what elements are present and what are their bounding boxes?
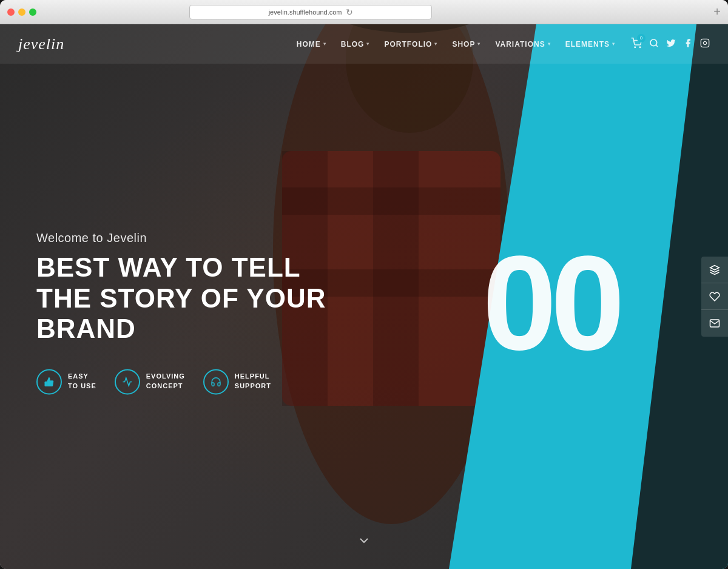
minimize-dot[interactable] [18, 8, 25, 16]
nav-links-list: HOME ▾ BLOG ▾ PORTFOLIO ▾ [291, 35, 621, 53]
svg-rect-7 [282, 187, 500, 215]
maximize-dot[interactable] [29, 8, 36, 16]
browser-dots [7, 8, 36, 16]
feature-easy-to-use: EASYTO USE [36, 369, 96, 394]
svg-rect-13 [701, 39, 709, 47]
sidebar-icon-panel [701, 257, 728, 337]
nav-item-home[interactable]: HOME ▾ [291, 35, 332, 53]
hero-section: jevelin HOME ▾ BLOG ▾ [0, 24, 728, 569]
website-content: jevelin HOME ▾ BLOG ▾ [0, 24, 728, 569]
url-bar[interactable]: jevelin.shufflehound.com ↻ [189, 5, 432, 19]
nav-link-variations[interactable]: VARIATIONS ▾ [489, 35, 556, 53]
svg-point-9 [635, 47, 636, 48]
chevron-down-icon: ▾ [548, 41, 551, 47]
hero-subtitle: Welcome to Jevelin [36, 231, 328, 245]
nav-item-portfolio[interactable]: PORTFOLIO ▾ [378, 35, 443, 53]
headphone-icon [203, 369, 229, 394]
refresh-button[interactable]: ↻ [346, 7, 353, 17]
chevron-down-icon: ▾ [323, 41, 326, 47]
site-logo[interactable]: jevelin [18, 35, 64, 53]
hero-title: BEST WAY TO TELL THE STORY OF YOUR BRAND [36, 252, 328, 345]
thumbs-up-icon [36, 369, 62, 394]
nav-link-shop[interactable]: SHOP ▾ [446, 35, 487, 53]
feature-easy-label: EASYTO USE [68, 372, 96, 391]
svg-point-11 [650, 39, 657, 46]
cart-icon[interactable]: 0 [631, 38, 642, 51]
close-dot[interactable] [7, 8, 15, 16]
url-text: jevelin.shufflehound.com [269, 8, 342, 16]
navigation-bar: jevelin HOME ▾ BLOG ▾ [0, 24, 728, 64]
nav-item-variations[interactable]: VARIATIONS ▾ [489, 35, 556, 53]
instagram-icon[interactable] [700, 38, 710, 50]
nav-social-icons: 0 [631, 38, 710, 51]
sidebar-mail-icon[interactable] [701, 310, 728, 337]
svg-line-12 [656, 45, 658, 47]
hero-big-numbers: 00 [482, 237, 619, 370]
nav-link-elements[interactable]: ELEMENTS ▾ [559, 35, 621, 53]
hero-content-area: Welcome to Jevelin BEST WAY TO TELL THE … [36, 231, 328, 394]
nav-item-blog[interactable]: BLOG ▾ [335, 35, 376, 53]
hero-features-list: EASYTO USE EVOLVINGCONCEPT [36, 369, 328, 394]
feature-evolving-label: EVOLVINGCONCEPT [146, 372, 185, 391]
chevron-down-icon: ▾ [477, 41, 480, 47]
feature-evolving-concept: EVOLVINGCONCEPT [115, 369, 185, 394]
nav-item-shop[interactable]: SHOP ▾ [446, 35, 487, 53]
big-number-display: 00 [482, 237, 619, 370]
nav-item-elements[interactable]: ELEMENTS ▾ [559, 35, 621, 53]
add-tab-button[interactable]: + [713, 5, 721, 19]
chevron-down-icon: ▾ [434, 41, 437, 47]
nav-link-blog[interactable]: BLOG ▾ [335, 35, 376, 53]
sidebar-heart-icon[interactable] [701, 283, 728, 310]
nav-link-home[interactable]: HOME ▾ [291, 35, 332, 53]
browser-window: jevelin.shufflehound.com ↻ + [0, 0, 728, 569]
facebook-icon[interactable] [683, 38, 693, 50]
cart-count-badge: 0 [637, 34, 645, 42]
chevron-down-icon: ▾ [612, 41, 615, 47]
chevron-down-icon: ▾ [366, 41, 369, 47]
sidebar-layers-icon[interactable] [701, 257, 728, 283]
browser-titlebar: jevelin.shufflehound.com ↻ + [0, 0, 728, 24]
feature-helpful-support: HELPFULSUPPORT [203, 369, 271, 394]
nav-link-portfolio[interactable]: PORTFOLIO ▾ [378, 35, 443, 53]
twitter-icon[interactable] [666, 38, 676, 50]
waveform-icon [115, 369, 140, 394]
search-icon[interactable] [649, 38, 659, 50]
feature-support-label: HELPFULSUPPORT [235, 372, 271, 391]
svg-marker-15 [710, 265, 720, 270]
svg-point-10 [639, 47, 641, 48]
scroll-down-arrow[interactable] [357, 533, 371, 551]
